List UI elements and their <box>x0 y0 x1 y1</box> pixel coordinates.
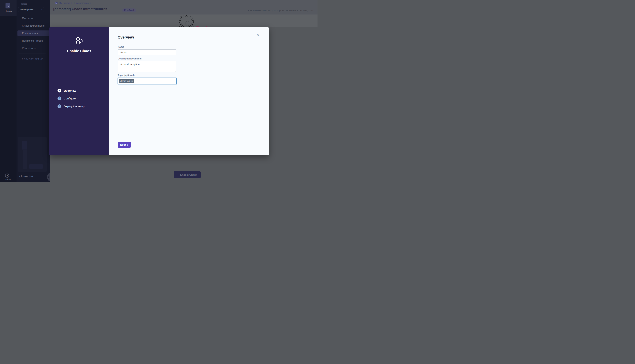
close-icon[interactable]: ✕ <box>257 34 260 37</box>
sidebar-item-resilience-probes[interactable]: Resilience Probes <box>17 38 50 44</box>
tag-chip: demo tag ✕ <box>119 79 134 83</box>
breadcrumb: My Project > Environments > <box>55 2 91 4</box>
chevron-right-icon: › <box>41 7 42 12</box>
sidebar-nav: Project admin-project › Overview Chaos E… <box>17 0 50 182</box>
version-label: Litmus 3.0 <box>19 175 33 178</box>
enable-chaos-button[interactable]: + Enable Chaos <box>174 171 201 178</box>
chevron-right-icon: › <box>127 143 128 146</box>
wizard-step-overview[interactable]: 1 Overview <box>58 89 76 92</box>
hexagons-logo-icon <box>76 37 83 44</box>
breadcrumb-my-project[interactable]: My Project <box>59 2 70 4</box>
overview-form-panel: ✕ Overview Name Description (optional) d… <box>109 27 269 156</box>
tags-label: Tags (optional) <box>118 74 134 76</box>
step-number: 2 <box>58 96 61 100</box>
wizard-step-deploy[interactable]: 3 Deploy the setup <box>58 104 85 108</box>
project-selector[interactable]: admin-project › <box>18 7 44 12</box>
breadcrumb-separator: > <box>90 2 91 4</box>
divider <box>19 54 46 54</box>
litmus-logo-tile[interactable]: Litmus <box>0 0 17 16</box>
project-label: Project <box>20 2 27 5</box>
collapse-left-icon <box>48 176 49 178</box>
wizard-panel: Enable Chaos 1 Overview 2 Configure 3 De… <box>49 27 109 156</box>
step-number: 3 <box>58 104 61 108</box>
page-header: My Project > Environments > [demotest] C… <box>50 0 317 14</box>
step-label: Configure <box>64 97 76 100</box>
sidebar-item-chaoshubs[interactable]: ChaosHubs <box>17 46 50 51</box>
sidebar-item-overview[interactable]: Overview <box>17 16 50 21</box>
name-input[interactable] <box>118 49 176 55</box>
enable-chaos-modal: Enable Chaos 1 Overview 2 Configure 3 De… <box>49 27 269 156</box>
breadcrumb-separator: > <box>71 2 73 4</box>
created-modified-meta: CREATED ON: 9 Oct 2023, 11:37 | LAST MOD… <box>248 9 313 12</box>
description-textarea[interactable]: demo description <box>118 61 176 72</box>
wizard-title: Enable Chaos <box>49 49 109 53</box>
user-role-label: ADMIN <box>0 179 17 181</box>
project-name: admin-project <box>20 8 35 11</box>
breadcrumb-environments[interactable]: Environments <box>74 2 88 4</box>
step-label: Deploy the setup <box>64 105 85 108</box>
sidebar-strip: Litmus A ADMIN <box>0 0 17 182</box>
environment-type-badge: Pre-Prod <box>122 8 136 12</box>
brand-name: Litmus <box>0 10 17 13</box>
sidebar-item-environments[interactable]: Environments <box>18 30 49 36</box>
sidebar-promo-card <box>18 137 47 172</box>
litmus-logo-icon <box>6 3 10 8</box>
plus-icon: + <box>177 173 179 177</box>
page-title: [demotest] Chaos Infrastructures <box>53 7 107 11</box>
sidebar-item-chaos-experiments[interactable]: Chaos Experiments <box>17 23 50 28</box>
project-setup-section[interactable]: PROJECT SETUP › <box>22 58 46 60</box>
step-label: Overview <box>64 89 76 92</box>
step-number: 1 <box>58 89 61 92</box>
next-button[interactable]: Next › <box>118 142 131 148</box>
tags-input[interactable]: demo tag ✕ <box>118 78 177 84</box>
wizard-step-configure[interactable]: 2 Configure <box>58 96 76 100</box>
name-label: Name <box>118 46 124 48</box>
chevron-down-icon: › <box>45 58 48 60</box>
description-label: Description (optional) <box>118 57 142 60</box>
user-avatar[interactable]: A <box>5 174 9 178</box>
project-setup-label: PROJECT SETUP <box>22 58 43 60</box>
litmus-mini-logo-icon <box>55 2 58 4</box>
tag-chip-label: demo tag <box>120 80 130 82</box>
remove-tag-icon[interactable]: ✕ <box>131 80 133 82</box>
form-section-title: Overview <box>118 35 134 40</box>
